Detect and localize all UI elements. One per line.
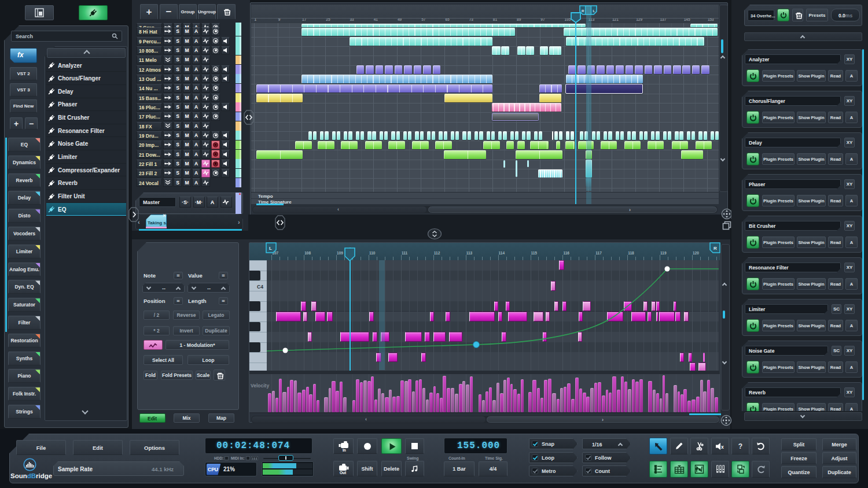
svg-text:R: R <box>713 246 717 251</box>
svg-text:In: In <box>343 448 346 452</box>
svg-text:R: R <box>582 9 584 13</box>
svg-text:Out: Out <box>340 471 347 475</box>
svg-text:L: L <box>269 246 272 251</box>
svg-text:L: L <box>593 9 595 13</box>
svg-text:x: x <box>721 444 724 450</box>
